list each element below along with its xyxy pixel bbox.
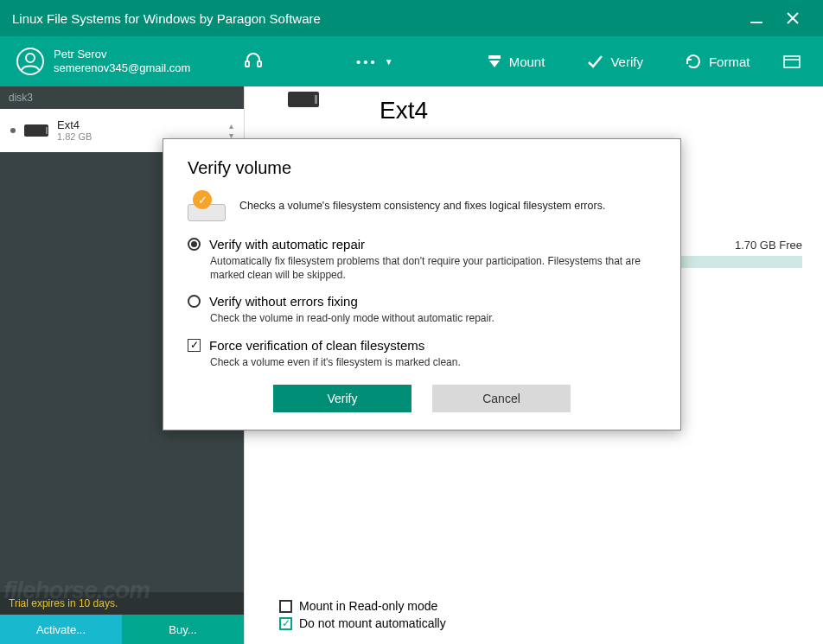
check-icon [586,53,603,70]
format-button[interactable]: Format [664,36,771,86]
volume-large-icon [288,92,319,107]
volume-heading: Ext4 [380,97,801,124]
format-icon [685,53,702,70]
verify-label: Verify [610,54,643,69]
support-button[interactable] [223,36,284,86]
checkbox-checked-icon [188,339,201,352]
ellipsis-icon: ••• [356,54,378,69]
option-no-fix-desc: Check the volume in read-only mode witho… [210,311,656,325]
option-no-fix[interactable]: Verify without errors fixing [188,294,656,309]
verify-dialog: Verify volume ✓ Checks a volume's filesy… [163,138,681,430]
option-auto-repair-desc: Automatically fix filesystem problems th… [210,254,656,282]
dialog-cancel-button[interactable]: Cancel [432,385,571,412]
headset-icon [244,52,263,71]
readonly-checkbox[interactable]: Mount in Read-only mode [279,599,446,613]
mount-icon [487,54,502,69]
activate-button[interactable]: Activate... [0,615,122,644]
watermark: filehorse.com [3,577,150,604]
free-space-label: 1.70 GB Free [735,239,802,252]
dialog-title: Verify volume [188,158,656,178]
window-title: Linux File Systems for Windows by Parago… [12,11,738,26]
noauto-checkbox[interactable]: Do not mount automatically [279,616,446,630]
noauto-label: Do not mount automatically [299,616,446,630]
more-menu[interactable]: ••• ▼ [335,36,414,86]
verify-button[interactable]: Verify [565,36,664,86]
svg-rect-9 [784,56,800,67]
user-name: Petr Serov [54,48,190,61]
mount-button[interactable]: Mount [466,36,566,86]
option-auto-repair-label: Verify with automatic repair [209,237,365,252]
svg-rect-7 [488,55,501,59]
sort-icon[interactable]: ▴▾ [229,121,233,140]
svg-rect-6 [258,61,261,67]
user-email: semerenov345@gmail.com [54,61,190,75]
toolbar: Petr Serov semerenov345@gmail.com ••• ▼ … [0,36,823,86]
option-force-verify-label: Force verification of clean filesystems [209,338,424,353]
disk-icon [24,124,48,137]
format-label: Format [709,54,750,69]
radio-selected-icon [188,238,201,251]
buy-button[interactable]: Buy... [122,615,244,644]
close-button[interactable] [775,0,811,36]
browse-button[interactable] [776,36,807,86]
user-account[interactable]: Petr Serov semerenov345@gmail.com [16,47,223,76]
chevron-down-icon: ▼ [385,57,393,67]
volume-name: Ext4 [57,118,92,132]
option-force-verify-desc: Check a volume even if it's filesystem i… [210,355,656,369]
volume-size: 1.82 GB [57,131,92,143]
readonly-label: Mount in Read-only mode [299,599,437,613]
radio-icon [188,295,201,308]
user-avatar-icon [16,47,45,76]
option-no-fix-label: Verify without errors fixing [209,294,358,309]
folder-icon [783,54,801,69]
mount-label: Mount [509,54,545,69]
dialog-description: Checks a volume's filesystem consistency… [239,200,605,212]
minimize-button[interactable] [738,0,775,36]
svg-marker-8 [489,61,500,67]
svg-point-4 [26,54,35,62]
option-force-verify[interactable]: Force verification of clean filesystems [188,338,656,353]
verify-disk-icon: ✓ [188,190,226,221]
status-dot-icon [10,128,16,133]
option-auto-repair[interactable]: Verify with automatic repair [188,237,656,252]
checkbox-checked-icon [279,617,292,630]
checkbox-icon [279,600,292,613]
title-bar: Linux File Systems for Windows by Parago… [0,0,823,36]
dialog-verify-button[interactable]: Verify [273,385,412,412]
svg-rect-5 [246,61,249,67]
disk-group-label: disk3 [0,86,244,109]
